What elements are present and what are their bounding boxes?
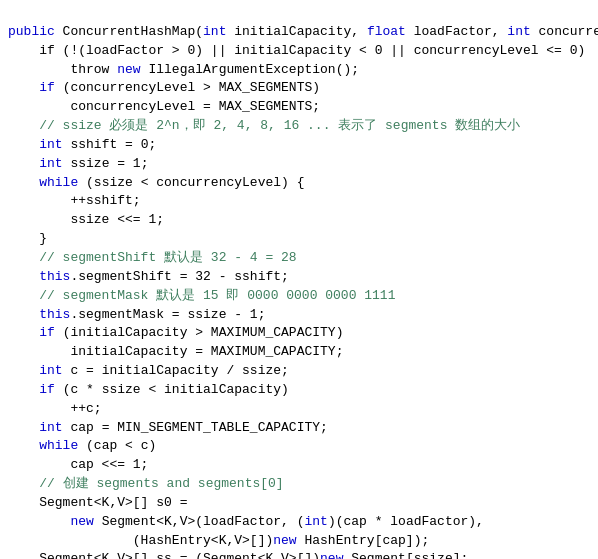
code-line: // 创建 segments and segments[0] xyxy=(0,475,598,494)
code-line: initialCapacity = MAXIMUM_CAPACITY; xyxy=(0,343,598,362)
code-line: (HashEntry<K,V>[])new HashEntry[cap]); xyxy=(0,532,598,551)
code-line: int ssize = 1; xyxy=(0,155,598,174)
code-line: // segmentMask 默认是 15 即 0000 0000 0000 1… xyxy=(0,287,598,306)
code-line: if (c * ssize < initialCapacity) xyxy=(0,381,598,400)
code-line: int cap = MIN_SEGMENT_TABLE_CAPACITY; xyxy=(0,419,598,438)
code-line: // segmentShift 默认是 32 - 4 = 28 xyxy=(0,249,598,268)
code-line: ssize <<= 1; xyxy=(0,211,598,230)
code-line: ++c; xyxy=(0,400,598,419)
code-line: while (ssize < concurrencyLevel) { xyxy=(0,174,598,193)
code-line: cap <<= 1; xyxy=(0,456,598,475)
code-line: throw new IllegalArgumentException(); xyxy=(0,61,598,80)
code-line: if (initialCapacity > MAXIMUM_CAPACITY) xyxy=(0,324,598,343)
code-line: new Segment<K,V>(loadFactor, (int)(cap *… xyxy=(0,513,598,532)
code-line: Segment<K,V>[] s0 = xyxy=(0,494,598,513)
code-line: int sshift = 0; xyxy=(0,136,598,155)
code-line: // ssize 必须是 2^n，即 2, 4, 8, 16 ... 表示了 s… xyxy=(0,117,598,136)
code-line: concurrencyLevel = MAX_SEGMENTS; xyxy=(0,98,598,117)
code-line: this.segmentShift = 32 - sshift; xyxy=(0,268,598,287)
code-container: public ConcurrentHashMap(int initialCapa… xyxy=(0,0,598,559)
code-line: if (concurrencyLevel > MAX_SEGMENTS) xyxy=(0,79,598,98)
code-line: } xyxy=(0,230,598,249)
code-line: Segment<K,V>[] ss = (Segment<K,V>[])new … xyxy=(0,550,598,559)
code-line: if (!(loadFactor > 0) || initialCapacity… xyxy=(0,42,598,61)
code-line: public ConcurrentHashMap(int initialCapa… xyxy=(0,23,598,42)
code-line: this.segmentMask = ssize - 1; xyxy=(0,306,598,325)
code-line: ++sshift; xyxy=(0,192,598,211)
code-line: while (cap < c) xyxy=(0,437,598,456)
code-line: int c = initialCapacity / ssize; xyxy=(0,362,598,381)
